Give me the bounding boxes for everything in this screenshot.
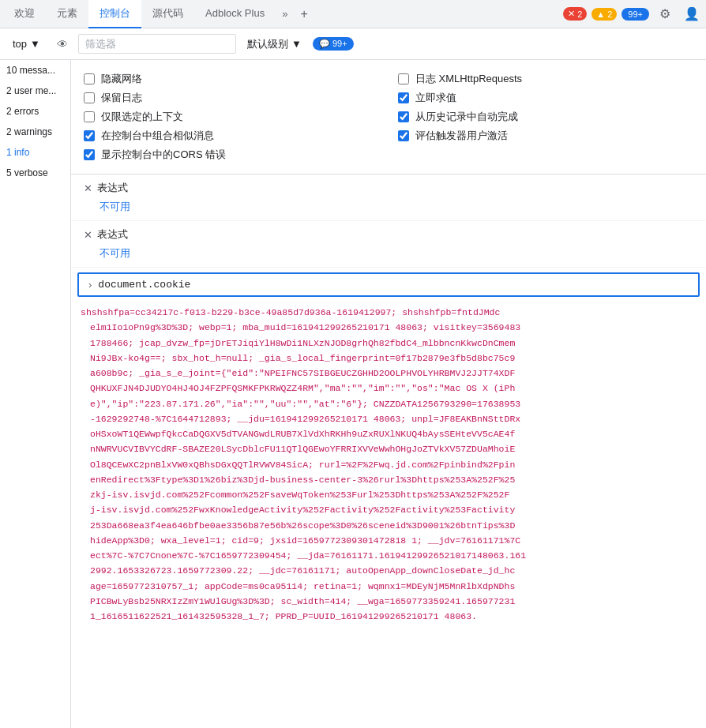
console-line-11: enRedirect%3Ftype%3D1%26biz%3Djd-busines…	[71, 472, 706, 487]
console-line-4: a608b9c; _gia_s_e_joint={"eid":"NPEIFNC5…	[71, 366, 706, 381]
console-prompt-icon: ›	[88, 279, 92, 291]
expression-close-icon-1[interactable]: ✕	[84, 182, 92, 194]
toolbar-info-badge: 💬 99+	[313, 37, 354, 51]
default-level-label: 默认级别	[247, 37, 288, 51]
console-line-19: PICBwLyBsb25NRXIzZmY1WUlGUg%3D%3D; sc_wi…	[71, 594, 706, 609]
checkbox-log-xhr-input[interactable]	[398, 73, 409, 84]
checkbox-preserve-log-input[interactable]	[84, 92, 95, 103]
console-line-6: e)","ip":"223.87.171.26","ia":"","uu":""…	[71, 396, 706, 411]
console-line-8: oHSxoWT1QEWwpfQkcCaDQGXV5dTVANGwdLRUB7Xl…	[71, 426, 706, 441]
checkbox-cors-errors[interactable]: 显示控制台中的CORS 错误	[84, 145, 379, 164]
checkbox-preserve-log[interactable]: 保留日志	[84, 88, 379, 107]
checkbox-eager-eval-input[interactable]	[398, 92, 409, 103]
console-input-row[interactable]: › document.cookie	[77, 272, 700, 297]
sidebar-item-info[interactable]: 1 info	[0, 142, 70, 163]
main-layout: 10 messa... 2 user me... 2 errors 2 warn…	[0, 60, 706, 728]
console-line-3: Ni9JBx-ko4g==; sbx_hot_h=null; _gia_s_lo…	[71, 351, 706, 366]
tab-adblock[interactable]: Adblock Plus	[194, 0, 276, 28]
console-line-1: elm1Io1oPn9g%3D%3D; webp=1; mba_muid=161…	[71, 320, 706, 335]
expression-header-2: ✕ 表达式	[84, 224, 693, 245]
checkbox-autocomplete-history[interactable]: 从历史记录中自动完成	[398, 107, 693, 126]
console-line-5: QHKUXFJN4DJUDYO4HJ4OJ4FZPFQSMKFPKRWQZZ4R…	[71, 381, 706, 396]
expression-section-1: ✕ 表达式 不可用	[71, 174, 706, 221]
filter-col1: 隐藏网络 保留日志 仅限选定的上下文 在控制台中组合相似消息 显示控制台中的CO…	[84, 69, 379, 164]
expression-label-2: 表达式	[97, 227, 128, 242]
expression-header-1: ✕ 表达式	[84, 178, 693, 198]
tab-source[interactable]: 源代码	[141, 0, 194, 28]
checkbox-selected-context-input[interactable]	[84, 111, 95, 122]
sidebar-item-all-messages[interactable]: 10 messa...	[0, 60, 70, 81]
console-line-2: 1788466; jcap_dvzw_fp=jDrETJiqiYlH8wDi1N…	[71, 336, 706, 351]
tab-console[interactable]: 控制台	[88, 0, 141, 28]
checkbox-group-similar-input[interactable]	[84, 130, 95, 141]
console-line-9: nNWRVUCVIBVYCdRF-SBAZE20LSycDblcFU11QTlQ…	[71, 441, 706, 456]
expression-unavail-2: 不可用	[84, 245, 693, 264]
sidebar-item-warnings[interactable]: 2 warnings	[0, 122, 70, 142]
checkbox-selected-context[interactable]: 仅限选定的上下文	[84, 107, 379, 126]
tab-bar: 欢迎 元素 控制台 源代码 Adblock Plus » + ✕ 2 ▲ 2 9…	[0, 0, 706, 28]
checkbox-user-activation-input[interactable]	[398, 130, 409, 141]
eye-icon[interactable]: 👁	[51, 33, 73, 55]
tab-welcome[interactable]: 欢迎	[3, 0, 46, 28]
info-badge: 99+	[622, 8, 649, 21]
expression-unavail-1: 不可用	[84, 198, 693, 217]
sidebar-item-user-messages[interactable]: 2 user me...	[0, 81, 70, 101]
console-line-10: Ol8QCEwXC2pnBlxVW0xQBhsDGxQQTlRVWV84SicA…	[71, 457, 706, 472]
console-line-18: age=1659772310757_1; appCode=ms0ca95114;…	[71, 579, 706, 594]
console-line-12: zkj-isv.isvjd.com%252Fcommon%252FsaveWqT…	[71, 487, 706, 502]
console-line-16: ect%7C-%7C7Cnone%7C-%7C1659772309454; __…	[71, 548, 706, 563]
error-badge: ✕ 2	[563, 7, 587, 21]
console-output: shshshfpa=cc34217c-f013-b229-b3ce-49a85d…	[71, 302, 706, 728]
console-line-7: -1629292748-%7C1644712893; __jdu=1619412…	[71, 411, 706, 426]
warning-triangle-icon: ▲	[596, 9, 605, 19]
console-line-20: 1_1616511622521_161432595328_1_7; PPRD_P…	[71, 609, 706, 624]
error-x-icon: ✕	[568, 9, 575, 19]
console-line-0: shshshfpa=cc34217c-f013-b229-b3ce-49a85d…	[71, 305, 706, 320]
checkbox-eager-eval[interactable]: 立即求值	[398, 88, 693, 107]
more-tabs-button[interactable]: »	[276, 0, 294, 28]
checkbox-cors-errors-input[interactable]	[84, 149, 95, 160]
expression-label-1: 表达式	[97, 181, 128, 195]
default-level-dropdown-icon: ▼	[291, 38, 302, 50]
expression-close-icon-2[interactable]: ✕	[84, 229, 92, 241]
filter-dropdown-panel: 隐藏网络 保留日志 仅限选定的上下文 在控制台中组合相似消息 显示控制台中的CO…	[71, 60, 706, 174]
level-select[interactable]: top ▼	[6, 36, 47, 52]
console-input-text: document.cookie	[98, 279, 190, 291]
sidebar-item-verbose[interactable]: 5 verbose	[0, 163, 70, 183]
toolbar-chat-icon: 💬	[319, 39, 330, 48]
checkbox-user-activation[interactable]: 评估触发器用户激活	[398, 126, 693, 145]
expression-section-2: ✕ 表达式 不可用	[71, 221, 706, 268]
checkbox-autocomplete-history-input[interactable]	[398, 111, 409, 122]
checkbox-group-similar[interactable]: 在控制台中组合相似消息	[84, 126, 379, 145]
console-line-15: hideApp%3D0; wxa_level=1; cid=9; jxsid=1…	[71, 533, 706, 548]
tab-bar-right: ✕ 2 ▲ 2 99+ ⚙ 👤	[563, 3, 703, 25]
filter-col2: 日志 XMLHttpRequests 立即求值 从历史记录中自动完成 评估触发器…	[398, 69, 693, 164]
level-label: top	[13, 38, 27, 50]
filter-input[interactable]	[78, 34, 236, 54]
console-line-14: 253Da668ea3f4ea646bfbe0ae3356b87e56b%26s…	[71, 518, 706, 533]
level-dropdown-icon: ▼	[30, 38, 40, 50]
checkbox-hide-network[interactable]: 隐藏网络	[84, 69, 379, 88]
content-area: 隐藏网络 保留日志 仅限选定的上下文 在控制台中组合相似消息 显示控制台中的CO…	[71, 60, 706, 728]
account-icon[interactable]: 👤	[681, 3, 703, 25]
sidebar-item-errors[interactable]: 2 errors	[0, 101, 70, 122]
add-tab-button[interactable]: +	[294, 0, 314, 28]
console-line-17: 2992.1653326723.1659772309.22; __jdc=761…	[71, 563, 706, 578]
checkbox-hide-network-input[interactable]	[84, 73, 95, 84]
toolbar: top ▼ 👁 默认级别 ▼ 💬 99+	[0, 28, 706, 60]
default-level-select[interactable]: 默认级别 ▼	[241, 35, 308, 54]
sidebar: 10 messa... 2 user me... 2 errors 2 warn…	[0, 60, 71, 728]
tab-elements[interactable]: 元素	[46, 0, 88, 28]
settings-icon[interactable]: ⚙	[654, 3, 676, 25]
checkbox-log-xhr[interactable]: 日志 XMLHttpRequests	[398, 69, 693, 88]
warning-badge: ▲ 2	[591, 8, 617, 21]
console-line-13: j-isv.isvjd.com%252FwxKnowledgeActivity%…	[71, 502, 706, 517]
